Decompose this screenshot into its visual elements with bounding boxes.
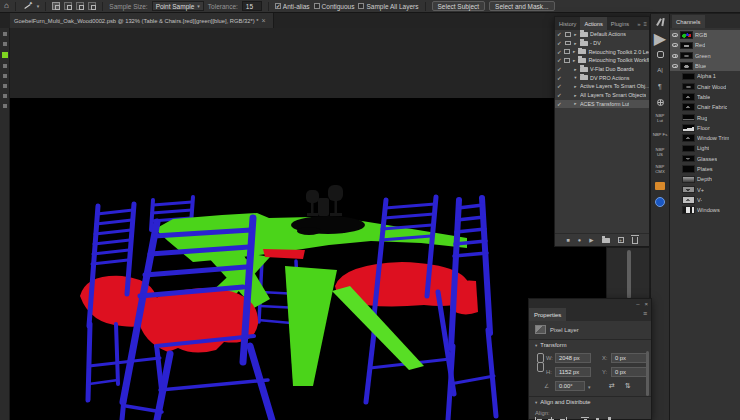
contiguous-checkbox[interactable]: Contiguous	[314, 3, 355, 10]
dialog-toggle-icon[interactable]	[565, 32, 571, 37]
link-dimensions-icon[interactable]	[537, 353, 543, 373]
visibility-eye-icon[interactable]	[672, 54, 678, 58]
angle-input[interactable]: 0.00°	[555, 381, 585, 391]
action-row[interactable]: ✓▸All Layers To Smart Objects	[555, 91, 649, 100]
tab-actions[interactable]: Actions	[580, 17, 606, 30]
check-icon[interactable]: ✓	[557, 75, 563, 81]
expand-arrow-icon[interactable]: ▸	[573, 67, 578, 72]
channel-row[interactable]: Alpha 1	[670, 71, 740, 81]
stop-button[interactable]: ■	[566, 237, 569, 243]
tool-icon[interactable]	[3, 42, 7, 46]
channel-row[interactable]: Green	[670, 51, 740, 61]
action-row[interactable]: ✓▸Active Layers To Smart Obj...	[555, 82, 649, 91]
expand-arrow-icon[interactable]: ▸	[573, 32, 578, 37]
nbp-cmx-panel-icon[interactable]: NBP CMX	[653, 165, 668, 175]
orange-plugin-icon[interactable]	[655, 182, 665, 190]
dialog-toggle-icon[interactable]	[565, 41, 571, 46]
visibility-eye-icon[interactable]	[672, 64, 678, 68]
channel-row[interactable]: Window Trim	[670, 133, 740, 143]
select-and-mask-button[interactable]: Select and Mask...	[489, 1, 554, 11]
tab-properties[interactable]: Properties	[529, 308, 566, 321]
check-icon[interactable]: ✓	[557, 40, 563, 46]
action-set-row[interactable]: ✓▾DV PRO Actions	[555, 73, 649, 82]
flip-vertical-icon[interactable]: ⇅	[625, 382, 631, 389]
globe-panel-icon[interactable]	[657, 99, 664, 106]
channel-row[interactable]: Table	[670, 92, 740, 102]
nbp-lut-panel-icon[interactable]: NBP Lut	[653, 114, 668, 124]
select-subject-button[interactable]: Select Subject	[432, 1, 486, 11]
channel-row[interactable]: Floor	[670, 123, 740, 133]
channel-row[interactable]: V-	[670, 195, 740, 205]
tools-panel-edge[interactable]	[0, 28, 10, 420]
height-input[interactable]: 1152 px	[555, 367, 591, 377]
anti-alias-checkbox[interactable]: Anti-alias	[275, 3, 310, 10]
tab-plugins[interactable]: Plugins	[607, 17, 633, 30]
dialog-toggle-icon[interactable]	[564, 49, 570, 54]
record-button[interactable]: ●	[578, 237, 581, 243]
subtract-selection-mode-button[interactable]	[76, 2, 84, 10]
check-icon[interactable]: ✓	[557, 83, 563, 89]
panel-menu-icon[interactable]: ≡	[643, 310, 647, 317]
sample-all-layers-checkbox[interactable]: Sample All Layers	[358, 3, 418, 10]
play-button[interactable]: ▶	[589, 237, 593, 243]
channel-row[interactable]: V+	[670, 184, 740, 194]
panel-menu-icon[interactable]: ≡	[643, 21, 647, 27]
check-icon[interactable]: ✓	[557, 92, 563, 98]
action-set-row[interactable]: ✓▸V-Flat Duo Boards	[555, 65, 649, 74]
visibility-eye-icon[interactable]	[672, 43, 678, 47]
action-set-row[interactable]: ✓▸Retouching Toolkit Workflow	[555, 56, 649, 65]
expand-arrow-icon[interactable]: ▸	[572, 58, 576, 63]
check-icon[interactable]: ✓	[557, 66, 563, 72]
intersect-selection-mode-button[interactable]	[88, 2, 96, 10]
tool-icon[interactable]	[3, 64, 7, 68]
channel-row[interactable]: Chair Wood	[670, 81, 740, 91]
close-icon[interactable]: ×	[262, 17, 266, 24]
new-set-button[interactable]	[602, 238, 610, 243]
collapse-arrow-icon[interactable]: ▾	[573, 75, 578, 80]
delete-button[interactable]	[632, 237, 638, 244]
check-icon[interactable]: ✓	[557, 31, 563, 37]
tab-history[interactable]: History	[555, 17, 580, 30]
blue-plugin-icon[interactable]	[655, 197, 665, 207]
dialog-toggle-icon[interactable]	[564, 58, 570, 63]
actions-play-panel-icon[interactable]: ▶	[651, 30, 669, 46]
check-icon[interactable]: ✓	[557, 57, 562, 63]
channel-row[interactable]: Windows	[670, 205, 740, 215]
align-section-header[interactable]: ▾Align and Distribute	[535, 399, 591, 405]
add-selection-mode-button[interactable]	[64, 2, 72, 10]
close-icon[interactable]: ×	[644, 301, 648, 307]
stop-panel-icon[interactable]	[657, 51, 664, 58]
chevron-down-icon[interactable]: ▾	[37, 3, 40, 9]
tool-icon[interactable]	[3, 32, 7, 36]
tool-icon[interactable]	[3, 104, 7, 108]
y-input[interactable]: 0 px	[611, 367, 647, 377]
active-tool-icon[interactable]	[2, 52, 8, 58]
character-panel-icon[interactable]: A|	[651, 62, 669, 78]
minimize-icon[interactable]: –	[636, 301, 639, 307]
channel-row[interactable]: Depth	[670, 174, 740, 184]
scrollbar-thumb[interactable]	[646, 351, 649, 396]
sample-size-dropdown[interactable]: Point Sample▾	[152, 1, 204, 11]
action-set-row[interactable]: ✓▸Retouching Toolkit 2.0 Leg...	[555, 47, 649, 56]
scrollbar-thumb[interactable]	[627, 250, 631, 299]
width-input[interactable]: 2048 px	[555, 353, 591, 363]
document-tab[interactable]: GoebelFurn_Multi_Oak_Wood0002.psb @ 132%…	[10, 13, 274, 28]
channel-row[interactable]: Glasses	[670, 154, 740, 164]
home-icon[interactable]: ⌂	[4, 2, 9, 10]
chevron-down-icon[interactable]: ▾	[588, 384, 591, 390]
new-action-button[interactable]	[618, 237, 624, 243]
tool-icon[interactable]	[3, 84, 7, 88]
transform-section-header[interactable]: ▾Transform	[535, 342, 567, 348]
action-row-selected[interactable]: ✓▸ACES Transform Lut	[555, 100, 649, 109]
channel-row[interactable]: Blue	[670, 61, 740, 71]
expand-arrow-icon[interactable]: ▸	[573, 101, 578, 106]
nbp-fs-panel-icon[interactable]: NBP Fs	[653, 133, 668, 138]
collapse-panel-icon[interactable]: »	[637, 21, 640, 27]
new-selection-mode-button[interactable]	[52, 2, 60, 10]
tool-icon[interactable]	[3, 74, 7, 78]
channel-row[interactable]: Chair Fabric	[670, 102, 740, 112]
paragraph-panel-icon[interactable]: ¶	[651, 78, 669, 94]
action-set-row[interactable]: ✓▸- DV	[555, 39, 649, 48]
expand-arrow-icon[interactable]: ▸	[572, 49, 576, 54]
channel-row[interactable]: Light	[670, 143, 740, 153]
